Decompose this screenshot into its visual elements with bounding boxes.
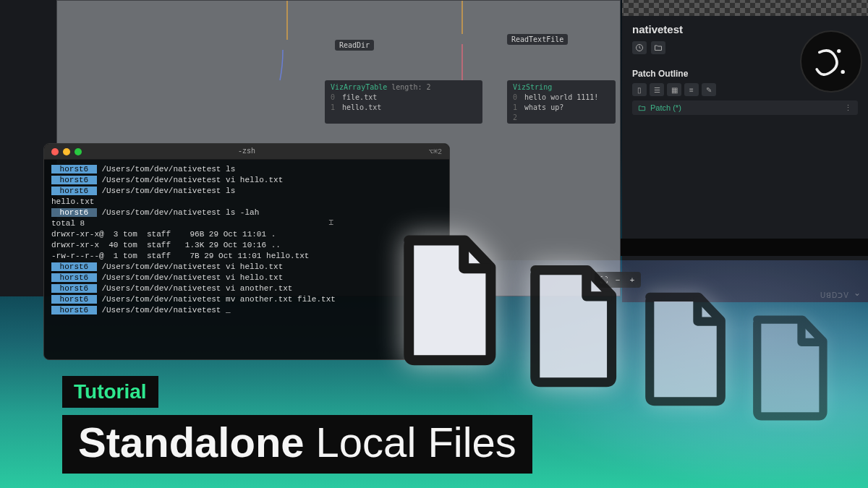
terminal-line: drwxr-xr-x 40 tom staff 1.3K 29 Oct 10:1… xyxy=(51,240,442,251)
terminal-line: horst6 /Users/tom/dev/nativetest ls xyxy=(51,164,442,175)
outline-bookmark-icon[interactable]: ▯ xyxy=(632,83,647,96)
zoom-in-button[interactable]: + xyxy=(626,274,639,286)
terminal-line: total 8 xyxy=(51,218,442,229)
side-black-strip xyxy=(621,239,868,256)
terminal-line: drwxr-xr-x@ 3 tom staff 96B 29 Oct 11:01… xyxy=(51,229,442,240)
command-text: /Users/tom/dev/nativetest vi hello.txt xyxy=(97,273,283,282)
folder-icon[interactable] xyxy=(651,41,665,54)
history-icon[interactable] xyxy=(632,41,647,54)
command-text: /Users/tom/dev/nativetest vi hello.txt xyxy=(97,262,283,271)
patch-label: Patch (*) xyxy=(650,103,681,112)
command-text: /Users/tom/dev/nativetest _ xyxy=(97,306,231,314)
host-tag: horst6 xyxy=(51,306,97,314)
svg-point-1 xyxy=(837,49,841,53)
app-logo xyxy=(800,30,862,93)
outline-grid-icon[interactable]: ▦ xyxy=(667,83,681,96)
viz-length: length: 2 xyxy=(391,83,430,91)
outline-list-icon[interactable]: ≡ xyxy=(684,83,699,96)
terminal-titlebar[interactable]: -zsh ⌥⌘2 xyxy=(44,144,449,160)
host-tag: horst6 xyxy=(51,273,97,282)
host-tag: horst6 xyxy=(51,187,97,195)
terminal-line: horst6 /Users/tom/dev/nativetest vi hell… xyxy=(51,273,442,283)
command-text: /Users/tom/dev/nativetest mv another.txt… xyxy=(97,295,336,304)
terminal-line: horst6 /Users/tom/dev/nativetest vi hell… xyxy=(51,262,442,273)
row-idx: 0 xyxy=(513,93,517,101)
host-tag: horst6 xyxy=(51,295,97,304)
outline-tree-icon[interactable]: ☰ xyxy=(650,83,664,96)
terminal-line: hello.txt xyxy=(51,197,442,207)
node-label: ReadTextFile xyxy=(511,35,563,43)
file-icon xyxy=(744,312,834,421)
outline-edit-icon[interactable]: ✎ xyxy=(702,83,716,96)
close-button[interactable] xyxy=(51,148,59,155)
viz-array-table[interactable]: VizArrayTable length: 2 0file.txt 1hello… xyxy=(325,80,482,124)
row-val: hello world 1111! xyxy=(524,93,598,101)
transparency-checker xyxy=(622,0,868,16)
viz-header-label: VizString xyxy=(513,83,552,91)
svg-point-2 xyxy=(841,70,845,74)
patch-row[interactable]: Patch (*) ⋮ xyxy=(632,100,858,115)
terminal-line: horst6 /Users/tom/dev/nativetest vi anot… xyxy=(51,283,442,294)
terminal-line: horst6 /Users/tom/dev/nativetest mv anot… xyxy=(51,294,442,305)
node-readdir[interactable]: ReadDir xyxy=(335,40,374,51)
viz-string[interactable]: VizString 0hello world 1111! 1whats up? … xyxy=(507,80,616,124)
terminal-window[interactable]: -zsh ⌥⌘2 ⌶ horst6 /Users/tom/dev/nativet… xyxy=(43,143,450,360)
title-light: Local Files xyxy=(316,418,516,466)
row-idx: 2 xyxy=(513,114,517,121)
host-tag: horst6 xyxy=(51,284,97,293)
folder-icon xyxy=(638,104,646,112)
terminal-title: -zsh xyxy=(238,147,255,155)
file-icon xyxy=(635,289,733,406)
title-bold: Standalone xyxy=(78,418,305,466)
command-text: /Users/tom/dev/nativetest ls xyxy=(97,187,235,195)
node-label: ReadDir xyxy=(339,41,370,49)
node-readtextfile[interactable]: ReadTextFile xyxy=(507,34,568,45)
terminal-line: horst6 /Users/tom/dev/nativetest vi hell… xyxy=(51,175,442,186)
command-text: /Users/tom/dev/nativetest ls xyxy=(97,165,235,174)
main-title: Standalone Local Files xyxy=(62,415,532,474)
command-text: /Users/tom/dev/nativetest vi hello.txt xyxy=(97,176,283,184)
row-idx: 1 xyxy=(331,103,335,111)
row-idx: 1 xyxy=(513,103,517,111)
terminal-line: horst6 /Users/tom/dev/nativetest ls -lah xyxy=(51,207,442,218)
maximize-button[interactable] xyxy=(75,148,82,155)
host-tag: horst6 xyxy=(51,262,97,271)
text-cursor-icon: ⌶ xyxy=(328,218,333,228)
terminal-line: -rw-r--r--@ 1 tom staff 7B 29 Oct 11:01 … xyxy=(51,251,442,262)
row-val: hello.txt xyxy=(342,103,381,111)
file-icon xyxy=(519,262,624,388)
terminal-body[interactable]: ⌶ horst6 /Users/tom/dev/nativetest ls ho… xyxy=(44,160,449,320)
terminal-line: horst6 /Users/tom/dev/nativetest ls xyxy=(51,186,442,197)
terminal-shortcut: ⌥⌘2 xyxy=(429,147,442,156)
host-tag: horst6 xyxy=(51,176,97,184)
file-icon xyxy=(392,231,504,366)
host-tag: horst6 xyxy=(51,165,97,174)
minimize-button[interactable] xyxy=(63,148,70,155)
row-idx: 0 xyxy=(331,93,335,101)
tutorial-tag: Tutorial xyxy=(62,376,158,408)
viz-header-label: VizArrayTable xyxy=(331,83,387,91)
more-icon[interactable]: ⋮ xyxy=(844,103,852,113)
row-val: whats up? xyxy=(524,103,563,111)
row-val: file.txt xyxy=(342,93,377,101)
terminal-line: horst6 /Users/tom/dev/nativetest _ xyxy=(51,305,442,316)
command-text: /Users/tom/dev/nativetest ls -lah xyxy=(97,208,259,217)
host-tag: horst6 xyxy=(51,208,97,217)
command-text: /Users/tom/dev/nativetest vi another.txt xyxy=(97,284,293,293)
